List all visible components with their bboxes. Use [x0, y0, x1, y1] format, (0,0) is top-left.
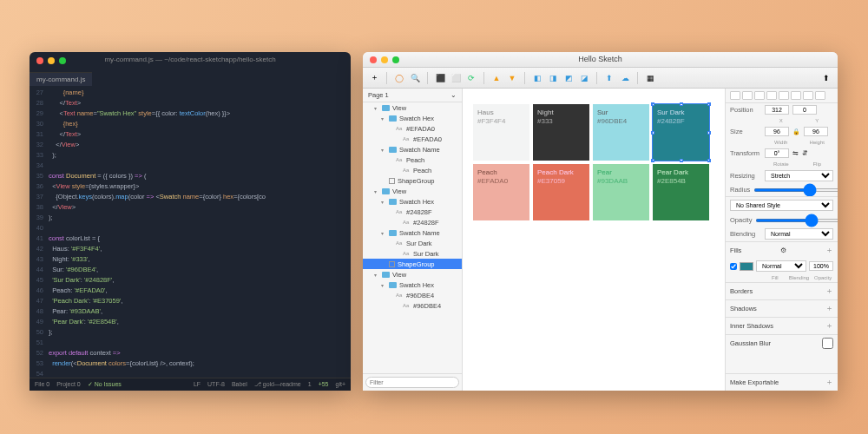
status-issues[interactable]: ✓ No Issues — [88, 381, 122, 388]
code-line[interactable]: 49 'Pear Dark': '#2E854B', — [30, 317, 351, 327]
code-line[interactable]: 54 — [30, 369, 351, 378]
layer-row[interactable]: Aa#96DBE4 — [363, 290, 462, 300]
layer-row[interactable]: ▾Swatch Name — [363, 144, 462, 155]
color-swatch[interactable]: Peach Dark#E37059 — [533, 164, 589, 220]
layer-row[interactable]: AaSur Dark — [363, 238, 462, 248]
color-swatch[interactable]: Night#333 — [533, 104, 589, 161]
flip-v-icon[interactable]: ⇵ — [802, 149, 808, 157]
code-line[interactable]: 44 Sur: '#96DBE4', — [30, 265, 351, 275]
code-line[interactable]: 39); — [30, 213, 351, 223]
ungroup-icon[interactable]: ⬜ — [450, 72, 462, 84]
layer-row[interactable]: ▾Swatch Hex — [363, 279, 462, 290]
cloud-icon[interactable]: ☁ — [619, 72, 631, 84]
blur-checkbox[interactable] — [822, 338, 833, 349]
code-line[interactable]: 33 ); — [30, 150, 351, 161]
code-line[interactable]: 29 <Text name="Swatch Hex" style={{ colo… — [30, 108, 351, 119]
layer-row[interactable]: Aa#24828F — [363, 207, 462, 217]
view-icon[interactable]: ▦ — [644, 72, 656, 84]
layer-row[interactable]: ShapeGroup — [363, 259, 462, 269]
gear-icon[interactable]: ⚙ — [780, 247, 786, 254]
fill-enabled-checkbox[interactable] — [730, 263, 737, 270]
code-line[interactable]: 53 render(<Document colors={colorList} /… — [30, 358, 351, 369]
layer-row[interactable]: Aa#24828F — [363, 217, 462, 227]
add-inner-shadow-button[interactable]: ＋ — [825, 320, 833, 332]
code-line[interactable]: 32 </View> — [30, 140, 351, 150]
code-line[interactable]: 46 Peach: '#EFADA0', — [30, 286, 351, 296]
code-line[interactable]: 51 — [30, 338, 351, 348]
difference-icon[interactable]: ◪ — [578, 72, 590, 84]
height-input[interactable] — [804, 127, 828, 136]
lock-icon[interactable]: 🔒 — [792, 128, 800, 135]
union-icon[interactable]: ◧ — [531, 72, 543, 84]
add-shadow-button[interactable]: ＋ — [825, 303, 833, 314]
status-project[interactable]: Project 0 — [56, 381, 81, 388]
status-git[interactable]: git+ — [336, 381, 345, 388]
code-line[interactable]: 37 {Object.keys(colors).map(color => <Sw… — [30, 192, 351, 202]
code-line[interactable]: 30 {hex} — [30, 119, 351, 129]
fill-blend-select[interactable]: Normal — [756, 260, 806, 272]
code-line[interactable]: 52export default context => — [30, 348, 351, 358]
layer-row[interactable]: ▾Swatch Hex — [363, 196, 462, 207]
layer-row[interactable]: ▾View — [363, 186, 462, 196]
backward-icon[interactable]: ▼ — [506, 72, 518, 84]
status-lang[interactable]: Babel — [232, 381, 247, 388]
resizing-select[interactable]: Stretch — [765, 170, 833, 181]
status-encoding[interactable]: UTF-8 — [207, 381, 225, 388]
color-swatch[interactable]: Haus#F3F4F4 — [473, 104, 529, 161]
code-line[interactable]: 27 {name} — [30, 88, 351, 98]
intersect-icon[interactable]: ◩ — [562, 72, 575, 84]
editor-tab[interactable]: my-command.js — [30, 72, 92, 86]
insert-icon[interactable]: ＋ — [368, 72, 380, 84]
export-icon[interactable]: ⬆ — [820, 72, 832, 84]
status-branch[interactable]: ⎇ gold—readme — [254, 381, 301, 388]
code-line[interactable]: 43 Night: '#333', — [30, 254, 351, 265]
color-swatch[interactable]: Pear#93DAAB — [593, 164, 649, 220]
blending-select[interactable]: Normal — [765, 228, 833, 240]
layer-row[interactable]: ▾Swatch Hex — [363, 113, 462, 123]
code-line[interactable]: 28 </Text> — [30, 98, 351, 108]
add-export-button[interactable]: ＋ — [825, 377, 833, 388]
link-icon[interactable]: ⟳ — [465, 72, 477, 84]
color-swatch[interactable]: Peach#EFADA0 — [473, 164, 529, 220]
color-swatch[interactable]: Sur#96DBE4 — [593, 104, 649, 161]
radius-slider[interactable] — [753, 188, 838, 192]
position-y-input[interactable] — [792, 105, 817, 115]
code-area[interactable]: 27 {name}28 </Text>29 <Text name="Swatch… — [30, 86, 351, 378]
align-controls[interactable] — [726, 89, 838, 103]
rotate-input[interactable] — [765, 148, 789, 158]
code-line[interactable]: 48 Pear: '#93DAAB', — [30, 306, 351, 317]
status-diff[interactable]: 1 — [308, 381, 312, 388]
layer-row[interactable]: AaSur Dark — [363, 248, 462, 259]
forward-icon[interactable]: ▲ — [490, 72, 503, 84]
code-line[interactable]: 41const colorList = { — [30, 233, 351, 244]
canvas[interactable]: Haus#F3F4F4Night#333Sur#96DBE4Sur Dark#2… — [463, 89, 725, 391]
width-input[interactable] — [765, 127, 789, 136]
color-swatch[interactable]: Sur Dark#24828F — [653, 104, 709, 161]
layer-row[interactable]: ShapeGroup — [363, 175, 462, 186]
mirror-icon[interactable]: ⬆ — [603, 72, 615, 84]
status-lf[interactable]: LF — [194, 381, 201, 388]
add-fill-button[interactable]: ＋ — [825, 245, 833, 256]
color-swatch[interactable]: Pear Dark#2E854B — [653, 164, 709, 220]
code-line[interactable]: 36 <View style={styles.wrapper}> — [30, 181, 351, 192]
fill-color-swatch[interactable] — [740, 262, 753, 271]
layer-row[interactable]: Aa#96DBE4 — [363, 300, 462, 311]
layer-row[interactable]: ▾View — [363, 269, 462, 279]
layer-row[interactable]: Aa#EFADA0 — [363, 134, 462, 144]
group-icon[interactable]: ⬛ — [434, 72, 446, 84]
layer-row[interactable]: ▾Swatch Name — [363, 227, 462, 238]
code-line[interactable]: 50}; — [30, 327, 351, 338]
status-file[interactable]: File 0 — [35, 381, 49, 388]
code-line[interactable]: 38 </View> — [30, 202, 351, 213]
code-line[interactable]: 40 — [30, 223, 351, 233]
code-line[interactable]: 34 — [30, 161, 351, 171]
page-selector[interactable]: Page 1⌄ — [363, 89, 462, 102]
zoom-icon[interactable]: 🔍 — [409, 72, 421, 84]
code-line[interactable]: 31 </Text> — [30, 129, 351, 140]
shared-style-select[interactable]: No Shared Style — [730, 200, 833, 211]
code-line[interactable]: 45 'Sur Dark': '#24828F', — [30, 275, 351, 286]
layer-row[interactable]: AaPeach — [363, 155, 462, 165]
shape-icon[interactable]: ◯ — [393, 72, 405, 84]
layer-row[interactable]: ▾View — [363, 102, 462, 113]
subtract-icon[interactable]: ◨ — [547, 72, 559, 84]
